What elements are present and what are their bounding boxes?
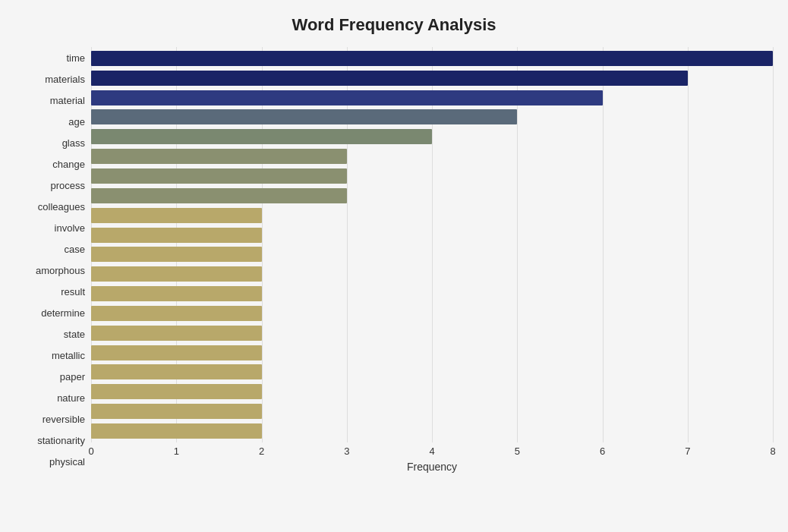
bars-area [91, 47, 773, 442]
bar [91, 149, 347, 164]
bar [91, 306, 262, 321]
bar-row [91, 50, 773, 67]
bar [91, 266, 262, 282]
y-label: determine [41, 304, 85, 323]
bar-row [91, 364, 773, 380]
y-label: metallic [52, 346, 85, 366]
bar [91, 129, 432, 144]
bar-row [91, 128, 773, 145]
bar-row [91, 227, 773, 244]
bar-row [91, 325, 773, 342]
bar-row [91, 383, 773, 400]
y-axis: timematerialsmaterialageglasschangeproce… [15, 47, 91, 473]
y-label: state [64, 325, 85, 345]
y-label: case [65, 239, 85, 259]
bar [91, 71, 688, 86]
y-label: stationarity [37, 431, 85, 451]
bar [91, 404, 262, 419]
bar [91, 345, 262, 360]
x-tick: 7 [685, 445, 690, 457]
bar [91, 247, 262, 262]
bar [91, 208, 262, 223]
bar-row [91, 423, 773, 439]
y-label: reversible [43, 410, 85, 430]
bar-row [91, 345, 773, 361]
x-axis-label: Frequency [407, 461, 457, 473]
x-tick: 3 [344, 445, 349, 457]
bar [91, 188, 347, 203]
y-label: amorphous [36, 260, 85, 280]
bar-row [91, 70, 773, 87]
y-label: age [68, 112, 85, 131]
bar-row [91, 109, 773, 125]
x-tick: 0 [88, 445, 93, 457]
bar [91, 384, 262, 399]
chart-title: Word Frequency Analysis [15, 15, 773, 35]
bar-row [91, 207, 773, 224]
bar [91, 109, 517, 124]
grid-line [773, 47, 774, 442]
bar-row [91, 168, 773, 184]
bar [91, 326, 262, 341]
bars-and-xaxis: 012345678 Frequency [91, 47, 773, 473]
y-label: colleagues [38, 197, 85, 216]
y-label: process [50, 175, 85, 195]
x-tick: 2 [259, 445, 264, 457]
bar [91, 364, 262, 379]
bar-row [91, 246, 773, 263]
y-label: materials [45, 69, 85, 89]
bar-row [91, 90, 773, 106]
x-tick: 4 [429, 445, 434, 457]
y-label: physical [49, 452, 85, 472]
bar-row [91, 148, 773, 165]
x-tick: 1 [174, 445, 179, 457]
y-label: time [66, 48, 85, 68]
bar [91, 286, 262, 301]
bar [91, 90, 603, 105]
bar-row [91, 403, 773, 420]
y-label: glass [62, 133, 85, 153]
bar [91, 228, 262, 243]
x-axis: 012345678 Frequency [91, 442, 773, 473]
bar [91, 51, 773, 66]
bar [91, 168, 347, 184]
y-label: change [52, 154, 85, 174]
y-label: paper [60, 367, 85, 387]
bar [91, 423, 262, 439]
x-tick: 8 [770, 445, 775, 457]
bar-row [91, 266, 773, 282]
y-label: nature [57, 389, 85, 408]
x-tick: 5 [515, 445, 520, 457]
chart-container: Word Frequency Analysis timematerialsmat… [0, 0, 788, 532]
bar-row [91, 187, 773, 204]
y-label: result [61, 282, 85, 302]
y-label: involve [55, 218, 85, 238]
bar-row [91, 305, 773, 322]
x-tick: 6 [600, 445, 605, 457]
chart-area: timematerialsmaterialageglasschangeproce… [15, 47, 773, 473]
bar-row [91, 285, 773, 302]
bars-wrapper [91, 47, 773, 442]
y-label: material [50, 90, 85, 110]
